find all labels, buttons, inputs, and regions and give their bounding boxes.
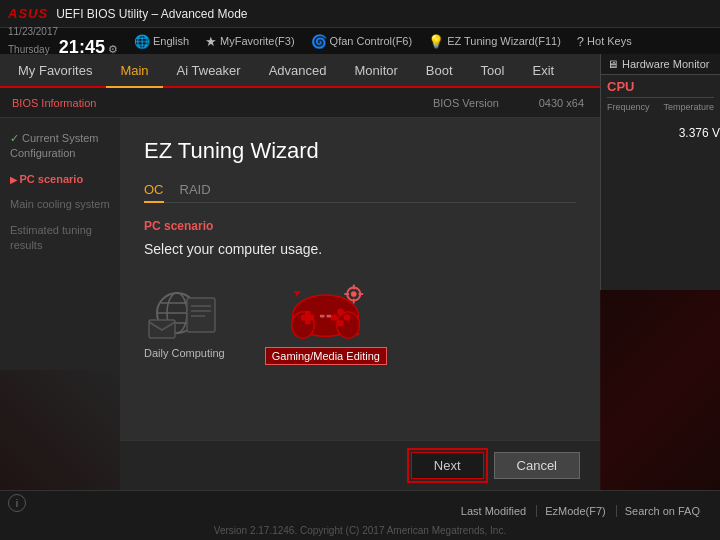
bulb-icon: 💡 <box>428 34 444 49</box>
wizard-buttons-row: Next Cancel <box>120 440 600 490</box>
nav-advanced[interactable]: Advanced <box>255 54 341 88</box>
svg-rect-14 <box>301 314 314 320</box>
wizard-content-panel: EZ Tuning Wizard OC RAID PC scenario Sel… <box>120 118 600 490</box>
keyboard-icon: ? <box>577 34 584 49</box>
datetime-display: 11/23/2017Thursday 21:45 ⚙ <box>8 25 118 58</box>
bios-info-band: BIOS Information BIOS Version 0430 x64 <box>0 88 600 118</box>
nav-exit[interactable]: Exit <box>518 54 568 88</box>
myfavorites-label: MyFavorite(F3) <box>220 35 295 47</box>
language-label: English <box>153 35 189 47</box>
decorative-bg-left <box>0 370 120 490</box>
nav-main[interactable]: Main <box>106 54 162 88</box>
language-icon: 🌐 <box>134 34 150 49</box>
decorative-bg-right <box>600 290 720 490</box>
copyright-text: Version 2.17.1246. Copyright (C) 2017 Am… <box>0 525 720 540</box>
hw-monitor-title: 🖥 Hardware Monitor <box>601 54 720 75</box>
freq-label: Frequency <box>607 102 650 112</box>
qfan-button[interactable]: 🌀 Qfan Control(F6) <box>311 34 413 49</box>
svg-point-17 <box>331 314 338 321</box>
gaming-option[interactable]: Gaming/Media Editing <box>265 275 387 365</box>
title-text: UEFI BIOS Utility – Advanced Mode <box>56 7 247 21</box>
bios-version-label: BIOS Version <box>433 97 499 109</box>
fan-icon: 🌀 <box>311 34 327 49</box>
monitor-icon: 🖥 <box>607 58 618 70</box>
svg-point-22 <box>351 291 357 297</box>
svg-rect-19 <box>320 314 325 317</box>
svg-point-15 <box>337 308 344 315</box>
wizard-title: EZ Tuning Wizard <box>144 138 576 164</box>
hotkeys-button[interactable]: ? Hot Keys <box>577 34 632 49</box>
eztuning-button[interactable]: 💡 EZ Tuning Wizard(F11) <box>428 34 561 49</box>
daily-computing-label: Daily Computing <box>144 347 225 359</box>
cpu-label: CPU <box>607 79 714 98</box>
tab-oc[interactable]: OC <box>144 178 164 203</box>
tab-raid[interactable]: RAID <box>180 178 211 203</box>
cpu-section: CPU Frequency Temperature <box>601 75 720 118</box>
usage-options-row: Daily Computing <box>144 275 576 365</box>
svg-rect-5 <box>187 298 215 332</box>
search-faq-button[interactable]: Search on FAQ <box>616 505 708 517</box>
cpu-col-headers: Frequency Temperature <box>607 102 714 112</box>
info-symbol: i <box>16 497 18 509</box>
eztuning-label: EZ Tuning Wizard(F11) <box>447 35 561 47</box>
bottom-actions: Last Modified EzMode(F7) Search on FAQ <box>0 497 720 525</box>
hw-monitor-label: Hardware Monitor <box>622 58 709 70</box>
select-usage-text: Select your computer usage. <box>144 241 576 257</box>
svg-point-16 <box>344 314 351 321</box>
daily-computing-icon <box>144 275 224 345</box>
next-button[interactable]: Next <box>411 452 484 479</box>
step-cooling: Main cooling system <box>0 192 120 217</box>
voltage-reading: 3.376 V <box>601 126 720 140</box>
nav-monitor[interactable]: Monitor <box>341 54 412 88</box>
wizard-tabs: OC RAID <box>144 178 576 203</box>
bios-info-link[interactable]: BIOS Information <box>0 97 108 109</box>
date-label: 11/23/2017Thursday <box>8 26 58 55</box>
svg-point-18 <box>337 319 344 326</box>
nav-tool[interactable]: Tool <box>467 54 519 88</box>
svg-rect-20 <box>326 314 331 317</box>
nav-ai-tweaker[interactable]: Ai Tweaker <box>163 54 255 88</box>
step-current-config[interactable]: Current System Configuration <box>0 126 120 167</box>
pc-scenario-label: PC scenario <box>144 219 576 233</box>
nav-my-favorites[interactable]: My Favorites <box>4 54 106 88</box>
nav-boot[interactable]: Boot <box>412 54 467 88</box>
star-icon: ★ <box>205 34 217 49</box>
info-icon-button[interactable]: i <box>8 494 26 512</box>
hotkeys-label: Hot Keys <box>587 35 632 47</box>
last-modified-label: Last Modified <box>453 505 534 517</box>
gaming-label: Gaming/Media Editing <box>265 347 387 365</box>
language-selector[interactable]: 🌐 English <box>134 34 189 49</box>
daily-computing-option[interactable]: Daily Computing <box>144 275 225 359</box>
asus-logo: ASUS <box>8 6 48 21</box>
step-pc-scenario[interactable]: PC scenario <box>0 167 120 192</box>
temp-label: Temperature <box>663 102 714 112</box>
info-bar: 11/23/2017Thursday 21:45 ⚙ 🌐 English ★ M… <box>0 28 720 54</box>
bottom-bar: Last Modified EzMode(F7) Search on FAQ V… <box>0 490 720 540</box>
bios-version-display: BIOS Version 0430 x64 <box>433 97 600 109</box>
myfavorites-button[interactable]: ★ MyFavorite(F3) <box>205 34 295 49</box>
qfan-label: Qfan Control(F6) <box>330 35 413 47</box>
gaming-icon <box>286 275 366 345</box>
ezmode-button[interactable]: EzMode(F7) <box>536 505 614 517</box>
bios-version-value: 0430 x64 <box>539 97 584 109</box>
svg-rect-9 <box>149 320 175 338</box>
cancel-button[interactable]: Cancel <box>494 452 580 479</box>
step-tuning-results: Estimated tuning results <box>0 218 120 259</box>
